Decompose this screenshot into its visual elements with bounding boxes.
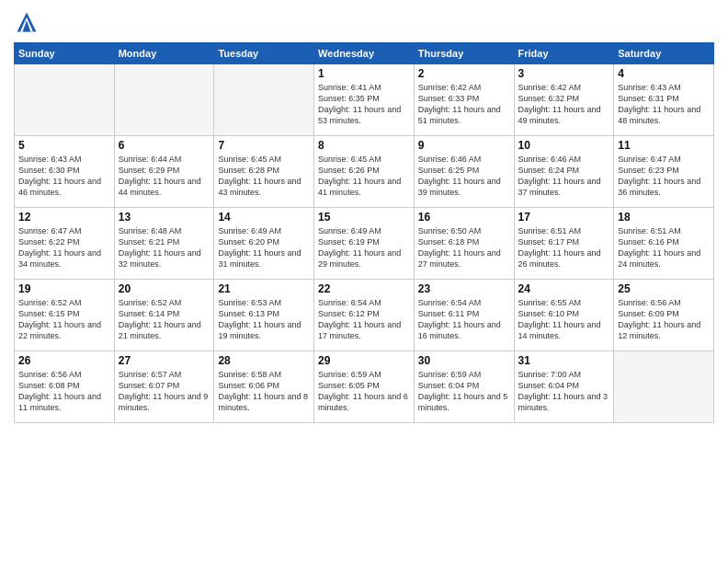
day-info: Sunrise: 7:00 AM Sunset: 6:04 PM Dayligh… [518,369,610,414]
day-info: Sunrise: 6:59 AM Sunset: 6:05 PM Dayligh… [318,369,410,414]
calendar-cell: 20Sunrise: 6:52 AM Sunset: 6:14 PM Dayli… [114,280,214,351]
calendar-cell: 9Sunrise: 6:46 AM Sunset: 6:25 PM Daylig… [414,136,514,208]
day-number: 20 [119,282,210,295]
day-number: 22 [318,282,410,295]
calendar-cell: 1Sunrise: 6:41 AM Sunset: 6:35 PM Daylig… [314,64,415,136]
day-number: 15 [318,211,410,224]
calendar-cell: 19Sunrise: 6:52 AM Sunset: 6:15 PM Dayli… [15,280,115,351]
calendar-cell: 2Sunrise: 6:42 AM Sunset: 6:33 PM Daylig… [414,64,514,136]
day-info: Sunrise: 6:55 AM Sunset: 6:10 PM Dayligh… [518,297,610,342]
calendar-cell: 27Sunrise: 6:57 AM Sunset: 6:07 PM Dayli… [114,351,214,423]
day-info: Sunrise: 6:44 AM Sunset: 6:29 PM Dayligh… [119,154,210,199]
day-info: Sunrise: 6:54 AM Sunset: 6:11 PM Dayligh… [418,297,510,342]
calendar-cell: 28Sunrise: 6:58 AM Sunset: 6:06 PM Dayli… [214,351,314,423]
day-number: 30 [418,354,510,367]
day-info: Sunrise: 6:48 AM Sunset: 6:21 PM Dayligh… [119,225,210,270]
calendar-row-0: 1Sunrise: 6:41 AM Sunset: 6:35 PM Daylig… [15,64,714,136]
calendar-cell [15,64,115,136]
day-number: 9 [418,139,510,152]
calendar-cell: 18Sunrise: 6:51 AM Sunset: 6:16 PM Dayli… [614,208,714,280]
logo-icon [14,9,40,35]
day-info: Sunrise: 6:52 AM Sunset: 6:15 PM Dayligh… [18,297,110,342]
day-number: 6 [119,139,210,152]
weekday-header-saturday: Saturday [614,43,714,64]
calendar-row-1: 5Sunrise: 6:43 AM Sunset: 6:30 PM Daylig… [15,136,714,208]
day-info: Sunrise: 6:47 AM Sunset: 6:22 PM Dayligh… [18,225,110,270]
day-number: 12 [18,211,110,224]
day-info: Sunrise: 6:57 AM Sunset: 6:07 PM Dayligh… [119,369,210,414]
day-number: 5 [18,139,110,152]
calendar-cell: 23Sunrise: 6:54 AM Sunset: 6:11 PM Dayli… [414,280,514,351]
day-info: Sunrise: 6:45 AM Sunset: 6:26 PM Dayligh… [318,154,410,199]
day-info: Sunrise: 6:52 AM Sunset: 6:14 PM Dayligh… [119,297,210,342]
calendar-row-4: 26Sunrise: 6:56 AM Sunset: 6:08 PM Dayli… [15,351,714,423]
day-info: Sunrise: 6:41 AM Sunset: 6:35 PM Dayligh… [318,82,410,127]
day-info: Sunrise: 6:47 AM Sunset: 6:23 PM Dayligh… [618,154,710,199]
day-number: 17 [518,211,610,224]
day-number: 18 [618,211,710,224]
calendar-cell: 15Sunrise: 6:49 AM Sunset: 6:19 PM Dayli… [314,208,415,280]
calendar-cell [114,64,214,136]
day-number: 23 [418,282,510,295]
day-info: Sunrise: 6:56 AM Sunset: 6:09 PM Dayligh… [618,297,710,342]
calendar-cell: 26Sunrise: 6:56 AM Sunset: 6:08 PM Dayli… [15,351,115,423]
day-info: Sunrise: 6:43 AM Sunset: 6:30 PM Dayligh… [18,154,110,199]
calendar-cell: 17Sunrise: 6:51 AM Sunset: 6:17 PM Dayli… [514,208,614,280]
day-info: Sunrise: 6:58 AM Sunset: 6:06 PM Dayligh… [218,369,310,414]
day-number: 10 [518,139,610,152]
weekday-header-row: SundayMondayTuesdayWednesdayThursdayFrid… [15,43,714,64]
day-info: Sunrise: 6:51 AM Sunset: 6:17 PM Dayligh… [518,225,610,270]
day-number: 8 [318,139,410,152]
header [14,9,714,35]
calendar-row-3: 19Sunrise: 6:52 AM Sunset: 6:15 PM Dayli… [15,280,714,351]
calendar-cell: 25Sunrise: 6:56 AM Sunset: 6:09 PM Dayli… [614,280,714,351]
weekday-header-friday: Friday [514,43,614,64]
day-number: 16 [418,211,510,224]
calendar-cell: 14Sunrise: 6:49 AM Sunset: 6:20 PM Dayli… [214,208,314,280]
weekday-header-sunday: Sunday [15,43,115,64]
day-number: 14 [218,211,310,224]
calendar-cell: 4Sunrise: 6:43 AM Sunset: 6:31 PM Daylig… [614,64,714,136]
day-info: Sunrise: 6:49 AM Sunset: 6:20 PM Dayligh… [218,225,310,270]
calendar-cell: 29Sunrise: 6:59 AM Sunset: 6:05 PM Dayli… [314,351,415,423]
day-number: 2 [418,67,510,80]
day-info: Sunrise: 6:53 AM Sunset: 6:13 PM Dayligh… [218,297,310,342]
day-number: 27 [119,354,210,367]
day-info: Sunrise: 6:49 AM Sunset: 6:19 PM Dayligh… [318,225,410,270]
day-number: 11 [618,139,710,152]
day-number: 31 [518,354,610,367]
day-number: 19 [18,282,110,295]
day-number: 24 [518,282,610,295]
day-number: 21 [218,282,310,295]
day-info: Sunrise: 6:59 AM Sunset: 6:04 PM Dayligh… [418,369,510,414]
calendar-row-2: 12Sunrise: 6:47 AM Sunset: 6:22 PM Dayli… [15,208,714,280]
day-number: 28 [218,354,310,367]
logo [14,9,43,35]
calendar-cell: 12Sunrise: 6:47 AM Sunset: 6:22 PM Dayli… [15,208,115,280]
day-info: Sunrise: 6:45 AM Sunset: 6:28 PM Dayligh… [218,154,310,199]
calendar-cell: 6Sunrise: 6:44 AM Sunset: 6:29 PM Daylig… [114,136,214,208]
day-info: Sunrise: 6:54 AM Sunset: 6:12 PM Dayligh… [318,297,410,342]
day-number: 3 [518,67,610,80]
calendar-cell: 7Sunrise: 6:45 AM Sunset: 6:28 PM Daylig… [214,136,314,208]
day-info: Sunrise: 6:50 AM Sunset: 6:18 PM Dayligh… [418,225,510,270]
day-info: Sunrise: 6:42 AM Sunset: 6:33 PM Dayligh… [418,82,510,127]
calendar-cell: 13Sunrise: 6:48 AM Sunset: 6:21 PM Dayli… [114,208,214,280]
calendar-cell: 30Sunrise: 6:59 AM Sunset: 6:04 PM Dayli… [414,351,514,423]
calendar-cell: 8Sunrise: 6:45 AM Sunset: 6:26 PM Daylig… [314,136,415,208]
calendar-cell: 16Sunrise: 6:50 AM Sunset: 6:18 PM Dayli… [414,208,514,280]
day-number: 1 [318,67,410,80]
calendar-cell: 3Sunrise: 6:42 AM Sunset: 6:32 PM Daylig… [514,64,614,136]
day-info: Sunrise: 6:46 AM Sunset: 6:25 PM Dayligh… [418,154,510,199]
calendar-cell: 21Sunrise: 6:53 AM Sunset: 6:13 PM Dayli… [214,280,314,351]
day-number: 29 [318,354,410,367]
calendar-cell: 10Sunrise: 6:46 AM Sunset: 6:24 PM Dayli… [514,136,614,208]
day-info: Sunrise: 6:46 AM Sunset: 6:24 PM Dayligh… [518,154,610,199]
day-info: Sunrise: 6:42 AM Sunset: 6:32 PM Dayligh… [518,82,610,127]
calendar-cell: 22Sunrise: 6:54 AM Sunset: 6:12 PM Dayli… [314,280,415,351]
day-number: 4 [618,67,710,80]
weekday-header-tuesday: Tuesday [214,43,314,64]
day-info: Sunrise: 6:56 AM Sunset: 6:08 PM Dayligh… [18,369,110,414]
calendar-cell [214,64,314,136]
day-number: 13 [119,211,210,224]
